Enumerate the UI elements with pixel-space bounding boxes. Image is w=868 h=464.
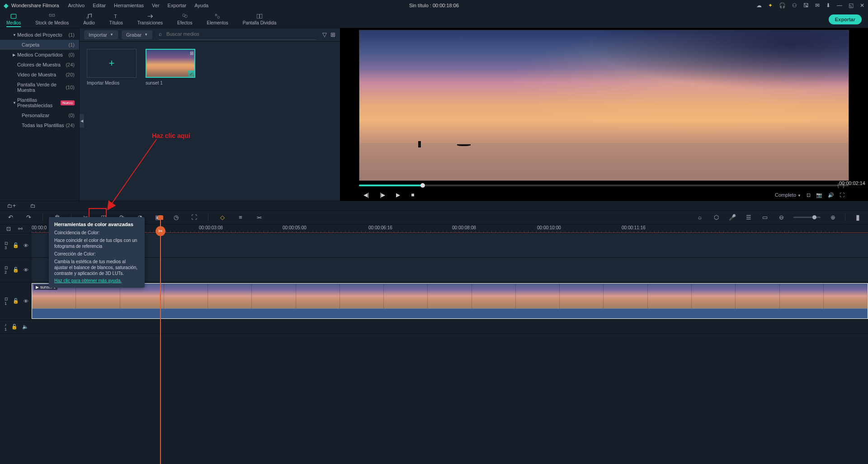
sidebar-item[interactable]: Pantalla Verde de Muestra(10) bbox=[0, 80, 79, 95]
lightbulb-icon[interactable]: ✦ bbox=[768, 2, 773, 9]
visibility-icon[interactable]: 👁 bbox=[24, 243, 28, 248]
sidebar-item[interactable]: Carpeta(1) bbox=[0, 40, 79, 50]
cloud-icon[interactable]: ☁ bbox=[756, 2, 762, 9]
tooltip-title: Herramientas de color avanzadas bbox=[54, 222, 139, 227]
open-folder-icon[interactable]: 🗀 bbox=[30, 203, 36, 209]
visibility-icon[interactable]: 👁 bbox=[24, 267, 28, 273]
play-icon[interactable]: ▶ bbox=[396, 192, 400, 198]
headset-icon[interactable]: 🎧 bbox=[779, 2, 786, 9]
timeline-options-icon[interactable]: ▮ bbox=[854, 213, 862, 222]
media-browser: Importar▼ Grabar▼ ⌕ ▽ ⊞ + Importar Medio… bbox=[80, 28, 340, 201]
timeline-display-icon[interactable]: ⊡ bbox=[6, 226, 11, 232]
preview-panel: { } 00:00:02:14 ◀| |▶ ▶ ■ Completo ▼ ⊡ 📷… bbox=[340, 28, 868, 201]
grid-view-icon[interactable]: ⊞ bbox=[330, 31, 335, 38]
sidebar-item[interactable]: Personalizar(0) bbox=[0, 110, 79, 120]
app-name: Wondershare Filmora bbox=[11, 3, 59, 8]
display-icon[interactable]: ⊡ bbox=[807, 192, 811, 198]
menu-export[interactable]: Exportar bbox=[168, 3, 187, 8]
mail-icon[interactable]: ✉ bbox=[815, 2, 820, 9]
clip-name: sunset 1 bbox=[146, 80, 163, 85]
sidebar-item[interactable]: ▶Medios Compartidos(0) bbox=[0, 50, 79, 60]
lock-icon[interactable]: 🔓 bbox=[13, 267, 19, 273]
fit-icon[interactable]: ⛶ bbox=[190, 213, 198, 222]
zoom-in-icon[interactable]: ⊕ bbox=[829, 213, 837, 222]
tab-audio[interactable]: Audio bbox=[83, 12, 95, 26]
svg-point-8 bbox=[217, 16, 220, 19]
snapshot-icon[interactable]: 📷 bbox=[816, 192, 822, 198]
export-button[interactable]: Exportar bbox=[829, 14, 862, 24]
lock-icon[interactable]: 🔓 bbox=[11, 324, 18, 330]
tab-media[interactable]: Medios bbox=[6, 12, 21, 27]
color-tools-tooltip: Herramientas de color avanzadas Coincide… bbox=[49, 217, 145, 288]
audio-wave-icon[interactable]: ⫘ bbox=[255, 213, 263, 222]
tab-effects[interactable]: Efectos bbox=[177, 12, 192, 26]
sidebar-item[interactable]: Colores de Muestra(24) bbox=[0, 60, 79, 70]
sidebar-item[interactable]: ▼Plantillas PreestablecidasNuevo bbox=[0, 95, 79, 110]
timeline-clip-sunset1[interactable]: ▶sunset 1 bbox=[32, 283, 868, 319]
sidebar-item[interactable]: Video de Muestra(20) bbox=[0, 70, 79, 80]
stop-icon[interactable]: ■ bbox=[411, 192, 414, 198]
tab-transitions[interactable]: Transiciones bbox=[137, 12, 163, 26]
menu-edit[interactable]: Editar bbox=[93, 3, 106, 8]
titlebar: ◆ Wondershare Filmora Archivo Editar Her… bbox=[0, 0, 868, 11]
volume-icon[interactable]: 🔊 bbox=[828, 192, 834, 198]
duration-icon[interactable]: ◷ bbox=[172, 213, 180, 222]
render-icon[interactable]: ☼ bbox=[696, 213, 704, 222]
prev-frame-icon[interactable]: ◀| bbox=[363, 192, 369, 198]
mixer-icon[interactable]: ☰ bbox=[745, 213, 753, 222]
window-maximize-icon[interactable]: ◱ bbox=[849, 2, 854, 9]
zoom-out-icon[interactable]: ⊖ bbox=[777, 213, 785, 222]
track-audio-1: ♪ 1🔓🔈 bbox=[0, 320, 868, 334]
svg-rect-1 bbox=[49, 14, 52, 16]
tab-stock-media[interactable]: Stock de Medios bbox=[35, 12, 69, 26]
marker-icon[interactable]: ⬡ bbox=[712, 213, 720, 222]
scissors-icon[interactable]: ✂ bbox=[156, 226, 165, 236]
download-icon[interactable]: ⬇ bbox=[826, 2, 830, 9]
preview-viewport[interactable] bbox=[359, 30, 849, 181]
tab-split-screen[interactable]: Pantalla Dividida bbox=[243, 12, 277, 26]
preview-scrubber[interactable]: { } bbox=[359, 185, 849, 186]
new-folder-icon[interactable]: 🗀+ bbox=[7, 203, 16, 209]
undo-icon[interactable]: ↶ bbox=[6, 213, 14, 222]
quality-dropdown[interactable]: Completo ▼ bbox=[775, 192, 801, 198]
play-icon: ▶ bbox=[36, 285, 39, 289]
search-input[interactable] bbox=[165, 29, 316, 38]
play-backward-icon[interactable]: |▶ bbox=[380, 192, 385, 198]
project-path-bar: 🗀+ 🗀 bbox=[0, 201, 868, 211]
tab-titles[interactable]: TTítulos bbox=[109, 12, 123, 26]
menu-help[interactable]: Ayuda bbox=[194, 3, 208, 8]
app-logo-icon: ◆ bbox=[4, 2, 9, 9]
menu-view[interactable]: Ver bbox=[152, 3, 160, 8]
voiceover-icon[interactable]: 🎤 bbox=[728, 213, 736, 222]
mute-icon[interactable]: 🔈 bbox=[22, 324, 28, 330]
menu-tools[interactable]: Herramientas bbox=[114, 3, 144, 8]
media-clip-sunset1[interactable]: ⊞ ✓ sunset 1 bbox=[146, 49, 195, 85]
redo-icon[interactable]: ↷ bbox=[24, 213, 33, 222]
adjust-icon[interactable]: ≡ bbox=[236, 213, 245, 222]
visibility-icon[interactable]: 👁 bbox=[24, 298, 28, 304]
lock-icon[interactable]: 🔓 bbox=[13, 242, 19, 248]
tab-elements[interactable]: Elementos bbox=[207, 12, 228, 26]
collapse-sidebar-icon[interactable]: ◀ bbox=[80, 114, 84, 128]
import-dropdown[interactable]: Importar▼ bbox=[84, 30, 118, 39]
snap-icon[interactable]: ▭ bbox=[761, 213, 769, 222]
sidebar-item[interactable]: Todas las Plantillas(24) bbox=[0, 120, 79, 130]
clip-audio-waveform[interactable] bbox=[32, 308, 868, 318]
zoom-slider[interactable] bbox=[793, 217, 821, 218]
menu-file[interactable]: Archivo bbox=[68, 3, 85, 8]
window-minimize-icon[interactable]: — bbox=[837, 2, 842, 9]
media-menu-icon[interactable]: ⊞ bbox=[190, 51, 193, 56]
sidebar-item[interactable]: ▼Medios del Proyecto(1) bbox=[0, 30, 79, 40]
playhead[interactable]: ✂ bbox=[160, 215, 161, 464]
user-icon[interactable]: ⚇ bbox=[792, 2, 797, 9]
lock-icon[interactable]: 🔓 bbox=[13, 298, 19, 304]
save-icon[interactable]: 🖫 bbox=[803, 2, 809, 9]
window-close-icon[interactable]: ✕ bbox=[860, 2, 864, 9]
keyframe-icon[interactable]: ◇ bbox=[218, 213, 226, 222]
fullscreen-icon[interactable]: ⛶ bbox=[840, 192, 844, 198]
filter-icon[interactable]: ▽ bbox=[322, 31, 327, 38]
import-media-card[interactable]: + Importar Medios bbox=[87, 49, 137, 85]
tooltip-help-link[interactable]: Haz clic para obtener más ayuda. bbox=[54, 278, 122, 283]
record-dropdown[interactable]: Grabar▼ bbox=[122, 30, 152, 39]
link-icon[interactable]: ⚯ bbox=[18, 226, 23, 232]
